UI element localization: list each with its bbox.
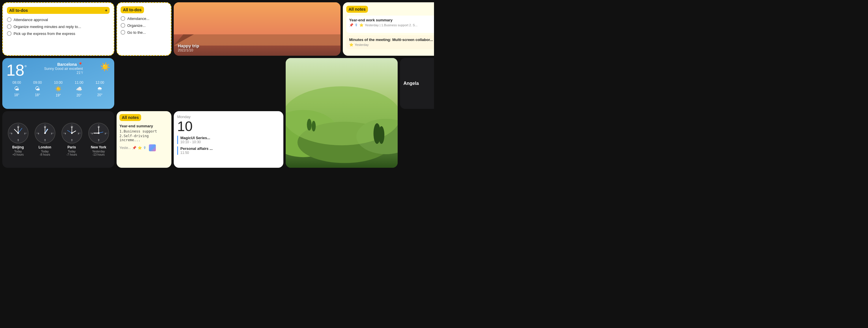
notes-large-title: All notes <box>346 6 368 13</box>
todo-large-circle-2[interactable] <box>7 24 11 29</box>
clock-newyork: 12 3 6 9 New York Yesterday -13 hours <box>86 123 111 156</box>
weather-large-city: Barcelona 📍 <box>44 62 83 67</box>
clock-london: 12 3 6 9 London Today -8 hours <box>33 123 57 156</box>
angela-widget: Angela 📞 <box>400 58 434 109</box>
svg-text:3: 3 <box>104 132 105 135</box>
cal-event-2[interactable]: Personal affairs ... 11:50 <box>177 146 280 155</box>
todo-large-circle-3[interactable] <box>7 31 11 36</box>
mic-icon: 🎙 <box>354 23 358 27</box>
forecast-1: 09:00 🌤 18° <box>27 81 48 97</box>
clock-offset-paris: -7 hours <box>59 153 84 156</box>
svg-text:9: 9 <box>11 132 12 135</box>
clock-city-paris: Paris <box>59 145 84 149</box>
todo-large-title: All to-dos + <box>7 7 110 14</box>
mic-icon-small: 🎙 <box>143 146 147 150</box>
todo-large-plus[interactable]: + <box>105 8 107 13</box>
note-item-2[interactable]: Minutes of the meeting: Multi-screen col… <box>346 35 434 49</box>
cal-event-title-2: Personal affairs ... <box>180 146 280 151</box>
forecast-4: 12:00 🌧 20° <box>89 81 110 97</box>
todo-small-widget: All to-dos Attendance... Organize... Go … <box>117 2 172 56</box>
svg-text:6: 6 <box>71 139 72 141</box>
todo-large-item-3[interactable]: Pick up the express from the express <box>7 31 110 36</box>
svg-text:6: 6 <box>17 139 19 141</box>
clock-city-newyork: New York <box>86 145 111 149</box>
svg-point-36 <box>44 132 46 134</box>
note-meta-text-2: Yesterday <box>354 43 369 47</box>
todo-large-item-1[interactable]: Attendance approval <box>7 17 110 22</box>
svg-text:9: 9 <box>65 132 66 135</box>
todo-label-1: Attendance... <box>127 17 150 21</box>
cal-event-1[interactable]: MagicUI Series... 10:10 - 10:30 <box>177 136 280 144</box>
sun-icon: ☀️ <box>100 62 110 71</box>
weather-large-temp: 18° <box>6 62 27 78</box>
angela-name: Angela <box>403 81 419 86</box>
clock-day-newyork: Yesterday <box>86 150 111 153</box>
todo-item-1[interactable]: Attendance... <box>121 16 167 21</box>
todo-large-circle-1[interactable] <box>7 17 11 22</box>
svg-point-60 <box>98 132 99 134</box>
svg-text:6: 6 <box>44 139 45 141</box>
calendar-widget: Monday 10 MagicUI Series... 10:10 - 10:3… <box>174 111 283 168</box>
notes-small-meta: Yeste... 📌 ⭐ 🎙 <box>120 144 168 151</box>
clock-beijing: 12 3 6 9 Beijing Today +0 hours <box>6 123 30 156</box>
forecast-2: 10:00 ☀️ 19° <box>48 81 69 97</box>
pin-icon-small: 📌 <box>132 146 136 150</box>
weather-forecast: 08:00 🌤 18° 09:00 🌤 18° 10:00 ☀️ 19° 11:… <box>6 81 110 97</box>
svg-point-12 <box>312 121 316 132</box>
notes-small-widget: All notes Year-end summary 1.Business su… <box>117 111 172 168</box>
notes-small-line2: 2.Self-driving increme... <box>120 134 168 142</box>
todo-circle-2[interactable] <box>121 23 125 28</box>
forecast-0: 08:00 🌤 18° <box>6 81 27 97</box>
notes-small-title: All notes <box>120 114 141 121</box>
mountain-date: 2022/1/10 <box>178 48 337 52</box>
svg-point-24 <box>17 132 19 134</box>
cal-event-time-1: 10:10 - 10:30 <box>180 140 280 144</box>
mountain-label: Happy trip <box>178 43 337 48</box>
svg-point-11 <box>307 119 312 130</box>
clock-day-paris: Today <box>59 150 84 153</box>
clock-face-newyork: 12 3 6 9 <box>88 123 109 144</box>
weather-large-desc: Sunny Good air excellent <box>44 67 83 71</box>
svg-point-10 <box>379 126 384 144</box>
todo-large-label-2: Organize meeting minutes and reply to... <box>13 25 81 29</box>
note-meta-1: 📌 🎙 ⭐ Yesterday | 1.Business support 2. … <box>349 23 434 27</box>
clock-face-beijing: 12 3 6 9 <box>8 123 29 144</box>
svg-text:9: 9 <box>91 132 93 135</box>
star-icon-small: ⭐ <box>137 146 142 150</box>
svg-line-23 <box>18 128 22 133</box>
todo-item-3[interactable]: Go to the... <box>121 30 167 35</box>
clock-offset-beijing: +0 hours <box>6 153 30 156</box>
weather-large-widget: 18° Barcelona 📍 Sunny Good air excellent… <box>2 58 114 109</box>
todo-label-3: Go to the... <box>127 30 146 35</box>
svg-text:3: 3 <box>51 132 52 135</box>
svg-text:9: 9 <box>38 132 39 135</box>
note-small-thumb <box>149 144 156 151</box>
clock-city-london: London <box>33 145 57 149</box>
notes-small-note-title: Year-end summary <box>120 124 168 128</box>
todo-circle-1[interactable] <box>121 16 125 21</box>
note-item-1[interactable]: Year-end work summary 📌 🎙 ⭐ Yesterday | … <box>346 16 434 33</box>
todo-large-widget: All to-dos + Attendance approval Organiz… <box>2 2 114 56</box>
clock-offset-london: -8 hours <box>33 153 57 156</box>
todo-large-label-3: Pick up the express from the express <box>13 31 75 36</box>
svg-text:6: 6 <box>98 139 99 141</box>
clock-face-london: 12 3 6 9 <box>35 123 55 144</box>
forecast-3: 11:00 ☁️ 20° <box>69 81 89 97</box>
todo-large-item-2[interactable]: Organize meeting minutes and reply to... <box>7 24 110 29</box>
clock-day-beijing: Today <box>6 150 30 153</box>
todo-small-title: All to-dos <box>121 6 144 13</box>
notes-large-widget: All notes + Year-end work summary 📌 🎙 ⭐ … <box>343 2 434 56</box>
pin-icon: 📌 <box>349 23 353 27</box>
cal-day-label: Monday <box>177 115 280 119</box>
note-title-1: Year-end work summary <box>349 18 434 22</box>
clock-day-london: Today <box>33 150 57 153</box>
note-meta-text-1: Yesterday | 1.Business support 2. S... <box>365 23 417 27</box>
todo-circle-3[interactable] <box>121 30 125 35</box>
todo-large-label-1: Attendance approval <box>13 18 48 22</box>
svg-point-48 <box>71 132 73 134</box>
cal-event-time-2: 11:50 <box>180 151 280 155</box>
todo-item-2[interactable]: Organize... <box>121 23 167 28</box>
cal-day-num: 10 <box>177 120 280 133</box>
star-icon-2: ⭐ <box>349 43 353 47</box>
clock-paris: 12 3 6 9 Paris Today -7 hours <box>59 123 84 156</box>
